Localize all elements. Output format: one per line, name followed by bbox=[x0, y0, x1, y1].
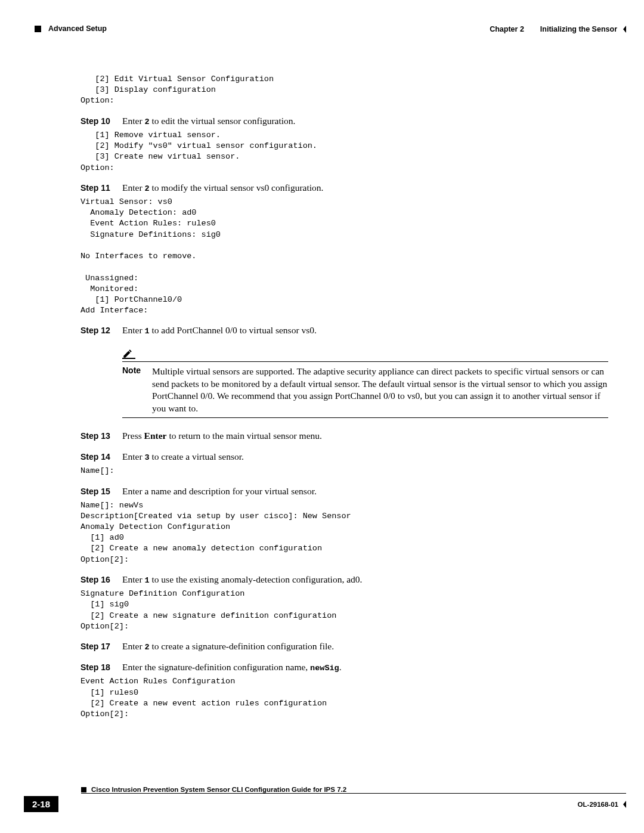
step-text: Enter a name and description for your vi… bbox=[122, 485, 317, 498]
step-label: Step 17 bbox=[80, 642, 122, 651]
step-label: Step 16 bbox=[80, 575, 122, 584]
step-15: Step 15 Enter a name and description for… bbox=[80, 485, 608, 498]
chapter-label: Chapter 2 bbox=[490, 25, 524, 33]
note-rule-bottom bbox=[122, 417, 608, 418]
step-text: Enter 1 to use the existing anomaly-dete… bbox=[122, 574, 362, 586]
step-text: Enter the signature-definition configura… bbox=[122, 661, 342, 674]
page-footer: Cisco Intrusion Prevention System Sensor… bbox=[24, 786, 626, 812]
step-12: Step 12 Enter 1 to add PortChannel 0/0 t… bbox=[80, 324, 608, 337]
header-left: Advanced Setup bbox=[35, 24, 107, 33]
step-label: Step 11 bbox=[80, 183, 122, 193]
caret-icon bbox=[623, 801, 626, 808]
step-text: Enter 2 to edit the virtual sensor confi… bbox=[122, 115, 296, 128]
guide-title: Cisco Intrusion Prevention System Sensor… bbox=[91, 786, 346, 793]
step-18: Step 18 Enter the signature-definition c… bbox=[80, 661, 608, 674]
step-text: Enter 3 to create a virtual sensor. bbox=[122, 451, 244, 463]
step-label: Step 10 bbox=[80, 116, 122, 126]
chapter-title: Initializing the Sensor bbox=[540, 25, 617, 33]
note-text: Multiple virtual sensors are supported. … bbox=[152, 366, 608, 416]
header-right: Chapter 2 Initializing the Sensor bbox=[490, 24, 626, 33]
step-14-code: Name[]: bbox=[80, 466, 608, 476]
step-10-code: [1] Remove virtual sensor. [2] Modify "v… bbox=[80, 130, 608, 174]
square-icon bbox=[35, 26, 41, 32]
step-10: Step 10 Enter 2 to edit the virtual sens… bbox=[80, 115, 608, 128]
step-text: Enter 2 to create a signature-definition… bbox=[122, 640, 334, 653]
step-text: Enter 2 to modify the virtual sensor vs0… bbox=[122, 182, 323, 194]
note-label: Note bbox=[122, 366, 152, 416]
step-label: Step 18 bbox=[80, 662, 122, 672]
step-label: Step 12 bbox=[80, 326, 122, 335]
pencil-icon bbox=[122, 348, 133, 359]
intro-code: [2] Edit Virtual Sensor Configuration [3… bbox=[80, 74, 608, 107]
step-17: Step 17 Enter 2 to create a signature-de… bbox=[80, 640, 608, 653]
step-11: Step 11 Enter 2 to modify the virtual se… bbox=[80, 182, 608, 194]
section-name: Advanced Setup bbox=[48, 24, 107, 33]
page-content: [2] Edit Virtual Sensor Configuration [3… bbox=[80, 72, 608, 720]
step-14: Step 14 Enter 3 to create a virtual sens… bbox=[80, 451, 608, 463]
square-icon bbox=[81, 787, 86, 792]
page-number: 2-18 bbox=[24, 796, 58, 812]
doc-id: OL-29168-01 bbox=[578, 801, 618, 808]
step-label: Step 15 bbox=[80, 487, 122, 496]
footer-rule bbox=[81, 793, 626, 794]
document-page: Advanced Setup Chapter 2 Initializing th… bbox=[0, 0, 644, 833]
step-text: Enter 1 to add PortChannel 0/0 to virtua… bbox=[122, 324, 317, 337]
page-header: Advanced Setup Chapter 2 Initializing th… bbox=[35, 24, 626, 33]
step-15-code: Name[]: newVs Description[Created via se… bbox=[80, 500, 608, 565]
note-rule-top bbox=[122, 361, 608, 362]
step-11-code: Virtual Sensor: vs0 Anomaly Detection: a… bbox=[80, 197, 608, 316]
step-label: Step 14 bbox=[80, 452, 122, 462]
note-block: Note Multiple virtual sensors are suppor… bbox=[122, 348, 608, 419]
step-18-code: Event Action Rules Configuration [1] rul… bbox=[80, 676, 608, 720]
step-label: Step 13 bbox=[80, 431, 122, 441]
step-13: Step 13 Press Enter to return to the mai… bbox=[80, 430, 608, 442]
step-text: Press Enter to return to the main virtua… bbox=[122, 430, 322, 442]
caret-icon bbox=[623, 26, 626, 33]
step-16: Step 16 Enter 1 to use the existing anom… bbox=[80, 574, 608, 586]
step-16-code: Signature Definition Configuration [1] s… bbox=[80, 589, 608, 632]
